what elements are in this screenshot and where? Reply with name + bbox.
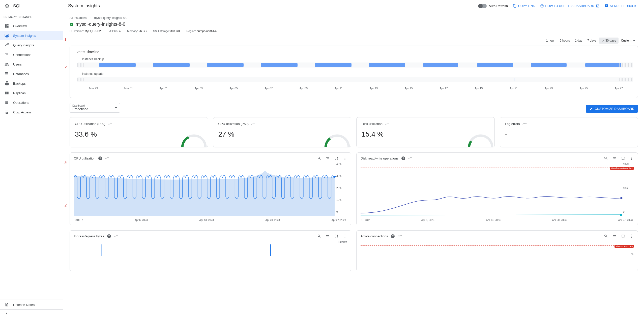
spark-icon — [522, 122, 526, 125]
timeline-backup-track[interactable] — [77, 62, 633, 68]
svg-point-19 — [631, 235, 632, 235]
time-custom[interactable]: Custom — [619, 38, 638, 44]
kpi-cpu-p99: CPU utilization (P99) 33.6 % — [70, 117, 208, 147]
list-icon — [5, 100, 9, 105]
svg-point-20 — [631, 236, 632, 237]
chart-cpu-body[interactable]: 40% 30% 20% 10% 0 — [74, 163, 347, 218]
spark-icon[interactable] — [114, 235, 118, 238]
customize-dashboard-button[interactable]: CUSTOMIZE DASHBOARD — [586, 105, 638, 113]
zoom-icon[interactable] — [317, 156, 321, 160]
backup-icon — [5, 81, 9, 86]
chevron-down-icon — [115, 107, 117, 109]
gauge-icon — [180, 133, 208, 147]
axis-tick-label: Apr 09 — [300, 87, 308, 90]
sidebar-item-label: Corp Access — [13, 110, 32, 114]
more-vert-icon[interactable] — [343, 156, 347, 160]
svg-point-9 — [631, 158, 632, 159]
callout-2: 2 — [63, 65, 67, 70]
legend-icon[interactable] — [612, 234, 617, 238]
spark-icon — [385, 122, 389, 125]
axis-tick-label: Apr 23 — [545, 87, 553, 90]
feedback-icon — [605, 4, 608, 8]
axis-tick-label: Apr 07 — [265, 87, 273, 90]
help-icon[interactable]: ? — [107, 234, 111, 238]
connections-icon — [5, 52, 9, 57]
sidebar-item-label: Users — [13, 62, 22, 66]
spark-icon[interactable] — [408, 157, 412, 160]
sidebar-item-release-notes[interactable]: Release Notes — [0, 300, 63, 309]
y-label: 3k — [631, 253, 634, 256]
svg-rect-13 — [620, 214, 622, 216]
more-vert-icon[interactable] — [343, 234, 347, 238]
axis-tick-label: Apr 27 — [614, 87, 623, 90]
chart-disk-body[interactable]: Read operations limit 10k/s 5k/s 0 — [361, 163, 634, 218]
sidebar-item-connections[interactable]: Connections — [0, 50, 63, 59]
axis-tick-label: Apr 19 — [475, 87, 483, 90]
toggle-off-icon — [479, 4, 487, 8]
sidebar: PRIMARY INSTANCE Overview System insight… — [0, 12, 63, 318]
time-1day[interactable]: 1 day — [572, 38, 585, 44]
breadcrumb-root[interactable]: All instances — [70, 16, 86, 20]
sidebar-item-corp-access[interactable]: Corp Access — [0, 107, 63, 117]
svg-point-1 — [542, 7, 542, 7]
sidebar-item-label: Replicas — [13, 91, 26, 95]
legend-icon[interactable] — [326, 234, 330, 238]
spark-icon[interactable] — [105, 157, 109, 160]
axis-tick-label: Apr 03 — [194, 87, 202, 90]
fullscreen-icon[interactable] — [621, 156, 625, 160]
axis-tick-label: Apr 21 — [510, 87, 518, 90]
sidebar-item-users[interactable]: Users — [0, 59, 63, 69]
sidebar-item-system-insights[interactable]: System insights — [0, 31, 63, 40]
how-to-use-button[interactable]: HOW TO USE THIS DASHBOARD — [540, 4, 600, 8]
chart-active-connections: Active connections ? — [356, 230, 638, 271]
timeline-update-track[interactable] — [77, 77, 633, 82]
fullscreen-icon[interactable] — [334, 156, 338, 160]
axis-tick-label: Apr 15 — [404, 87, 413, 90]
svg-rect-6 — [74, 163, 335, 218]
zoom-icon[interactable] — [604, 234, 608, 238]
zoom-icon[interactable] — [317, 234, 321, 238]
time-7days[interactable]: 7 days — [585, 38, 599, 44]
fullscreen-icon[interactable] — [621, 234, 625, 238]
dashboard-select[interactable]: Dashboard Predefined — [70, 103, 120, 113]
overview-icon — [5, 24, 9, 28]
copy-link-button[interactable]: COPY LINK — [513, 4, 535, 8]
sidebar-item-query-insights[interactable]: Query insights — [0, 40, 63, 50]
zoom-icon[interactable] — [604, 156, 608, 160]
product-name: SQL — [13, 4, 22, 9]
sidebar-collapse-button[interactable] — [0, 309, 63, 318]
help-icon[interactable]: ? — [98, 156, 102, 160]
chart-disk-footer: UTC+2 Apr 6, 2023 Apr 13, 2023 Apr 20, 2… — [361, 219, 634, 221]
legend-icon[interactable] — [612, 156, 617, 160]
sidebar-item-replicas[interactable]: Replicas — [0, 88, 63, 98]
kpi-cpu-p50: CPU utilization (P50) 27 % — [213, 117, 352, 147]
sidebar-item-operations[interactable]: Operations — [0, 98, 63, 107]
max-conn-tag: Max connections — [614, 245, 634, 248]
help-icon[interactable]: ? — [401, 156, 405, 160]
time-1hour[interactable]: 1 hour — [544, 38, 557, 44]
sidebar-item-databases[interactable]: Databases — [0, 69, 63, 79]
more-vert-icon[interactable] — [630, 234, 634, 238]
time-30days[interactable]: 30 days — [599, 38, 619, 44]
database-icon — [5, 72, 9, 76]
users-icon — [5, 62, 9, 67]
timeline-row-backup-label: Instance backup — [82, 57, 633, 61]
sidebar-item-label: Databases — [13, 72, 29, 76]
help-icon[interactable]: ? — [391, 234, 395, 238]
chevron-down-icon — [633, 40, 635, 41]
callout-1: 1 — [63, 37, 67, 42]
top-header: SQL System insights Auto Refresh COPY LI… — [0, 0, 644, 12]
time-6hours[interactable]: 6 hours — [557, 38, 572, 44]
more-vert-icon[interactable] — [630, 156, 634, 160]
sidebar-item-backups[interactable]: Backups — [0, 79, 63, 88]
sidebar-section-label: PRIMARY INSTANCE — [0, 12, 63, 21]
sidebar-item-label: Query insights — [13, 43, 34, 47]
send-feedback-button[interactable]: SEND FEEDBACK — [605, 4, 636, 8]
spark-icon[interactable] — [398, 235, 402, 238]
time-range-selector: 1 hour 6 hours 1 day 7 days 30 days Cust… — [70, 38, 638, 44]
sidebar-item-overview[interactable]: Overview — [0, 21, 63, 31]
spark-icon — [108, 122, 112, 125]
legend-icon[interactable] — [326, 156, 330, 160]
fullscreen-icon[interactable] — [334, 234, 338, 238]
auto-refresh-toggle[interactable]: Auto Refresh — [479, 4, 508, 8]
